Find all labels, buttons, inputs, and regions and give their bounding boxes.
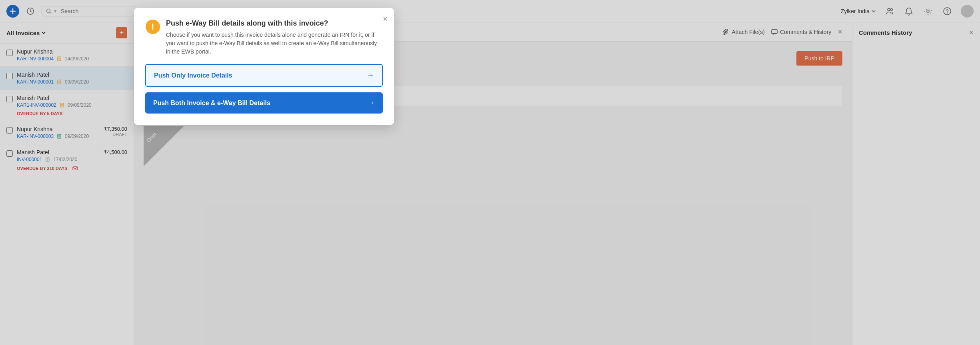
svg-text:!: ! bbox=[151, 22, 154, 32]
warning-icon: ! bbox=[145, 19, 160, 34]
modal-description: Choose if you want to push this invoice … bbox=[166, 31, 383, 56]
app-container: ▾ Zylker India bbox=[0, 0, 980, 345]
arrow-icon-filled: → bbox=[368, 99, 375, 107]
modal-overlay: × ! Push e-Way Bill details along with t… bbox=[0, 0, 980, 345]
modal-title: Push e-Way Bill details along with this … bbox=[166, 19, 383, 28]
arrow-icon-outline: → bbox=[367, 71, 374, 80]
push-both-button[interactable]: Push Both Invoice & e-Way Bill Details → bbox=[145, 92, 383, 114]
modal-header: ! Push e-Way Bill details along with thi… bbox=[145, 19, 383, 56]
push-eway-modal: × ! Push e-Way Bill details along with t… bbox=[134, 8, 394, 125]
push-invoice-only-button[interactable]: Push Only Invoice Details → bbox=[145, 64, 383, 87]
modal-close-button[interactable]: × bbox=[383, 14, 388, 24]
modal-text: Push e-Way Bill details along with this … bbox=[166, 19, 383, 56]
